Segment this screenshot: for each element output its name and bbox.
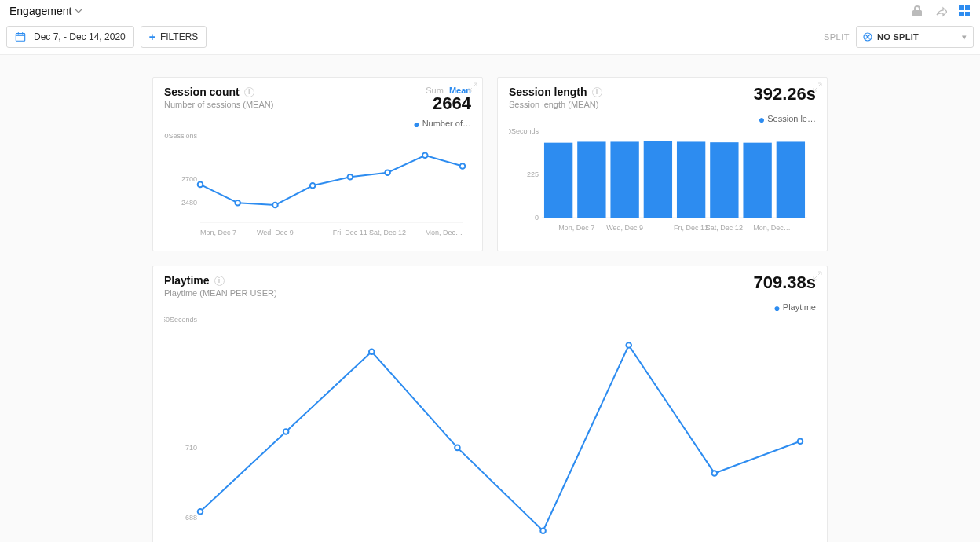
svg-point-54 <box>626 342 631 348</box>
svg-point-15 <box>198 182 203 188</box>
svg-rect-38 <box>743 143 771 218</box>
svg-rect-37 <box>710 142 738 218</box>
chart-session-length: 450Seconds2250Mon, Dec 7Wed, Dec 9Fri, D… <box>509 125 815 235</box>
svg-rect-32 <box>544 143 572 218</box>
card-session-count: Session count i Number of sessions (MEAN… <box>152 77 483 251</box>
svg-text:710: 710 <box>185 444 197 452</box>
svg-rect-36 <box>677 141 705 218</box>
date-range-picker[interactable]: Dec 7, - Dec 14, 2020 <box>6 26 134 48</box>
svg-point-50 <box>283 429 289 434</box>
svg-rect-33 <box>577 141 605 218</box>
svg-rect-4 <box>16 34 24 42</box>
split-select[interactable]: NO SPLIT ▾ <box>856 26 974 48</box>
svg-point-19 <box>348 174 353 180</box>
grid-view-icon[interactable] <box>958 5 971 17</box>
legend-label: Playtime <box>783 302 816 312</box>
svg-text:0: 0 <box>535 214 539 222</box>
split-label: SPLIT <box>824 32 850 42</box>
chevron-down-icon <box>75 7 82 15</box>
svg-rect-39 <box>777 141 805 218</box>
svg-point-16 <box>235 200 240 206</box>
svg-rect-2 <box>959 12 964 16</box>
expand-icon[interactable] <box>468 82 477 92</box>
card-session-length: Session length i Session length (MEAN) 3… <box>497 77 828 251</box>
card-subtitle: Number of sessions (MEAN) <box>164 100 273 109</box>
svg-point-17 <box>272 203 278 208</box>
svg-point-22 <box>460 163 466 169</box>
expand-icon[interactable] <box>813 82 822 92</box>
legend-dot-icon: ● <box>773 302 780 314</box>
svg-point-18 <box>310 183 316 189</box>
svg-point-21 <box>422 152 428 158</box>
info-icon[interactable]: i <box>592 87 602 97</box>
svg-text:Fri, Dec 11: Fri, Dec 11 <box>674 224 708 232</box>
svg-rect-3 <box>965 12 970 16</box>
info-icon[interactable]: i <box>244 87 254 97</box>
legend-label: Number of… <box>422 119 471 128</box>
no-split-text: NO SPLIT <box>877 32 919 42</box>
card-title: Session count <box>164 86 240 98</box>
card-playtime: Playtime i Playtime (MEAN PER USER) 709.… <box>152 266 828 542</box>
page-title-dropdown[interactable]: Engagement <box>9 5 82 17</box>
svg-point-20 <box>385 170 390 175</box>
no-split-icon <box>863 32 872 42</box>
share-icon[interactable] <box>934 5 947 17</box>
svg-rect-35 <box>644 141 672 218</box>
filters-button[interactable]: + FILTERS <box>141 26 207 48</box>
svg-text:Wed, Dec 9: Wed, Dec 9 <box>257 229 294 236</box>
legend-dot-icon: ● <box>413 118 419 130</box>
info-icon[interactable]: i <box>214 276 225 286</box>
lock-icon[interactable] <box>911 5 923 17</box>
svg-text:Sat, Dec 12: Sat, Dec 12 <box>369 229 406 236</box>
svg-point-53 <box>540 528 546 533</box>
filters-label: FILTERS <box>160 31 198 42</box>
svg-rect-0 <box>959 5 964 10</box>
svg-text:Wed, Dec 9: Wed, Dec 9 <box>606 224 643 232</box>
page-title: Engagement <box>9 5 71 17</box>
caret-down-icon: ▾ <box>962 32 967 42</box>
chart-session-count: 3100Sessions27002480Mon, Dec 7Wed, Dec 9… <box>164 130 470 240</box>
card-value: 709.38s <box>753 273 816 293</box>
calendar-icon <box>15 31 26 42</box>
svg-text:Mon, Dec 7: Mon, Dec 7 <box>558 224 594 232</box>
svg-text:Mon, Dec…: Mon, Dec… <box>753 224 791 232</box>
legend-label: Session le… <box>767 114 816 123</box>
card-title: Playtime <box>164 274 210 287</box>
plus-icon: + <box>149 31 155 43</box>
svg-rect-34 <box>610 141 638 218</box>
legend-dot-icon: ● <box>759 113 765 126</box>
svg-text:450Seconds: 450Seconds <box>509 127 539 135</box>
svg-point-55 <box>712 471 718 476</box>
svg-text:688: 688 <box>185 514 197 522</box>
card-value: 392.26s <box>753 84 816 104</box>
svg-text:2700: 2700 <box>181 175 197 183</box>
svg-point-52 <box>455 445 460 451</box>
svg-text:Fri, Dec 11: Fri, Dec 11 <box>333 229 368 236</box>
card-subtitle: Playtime (MEAN PER USER) <box>164 288 277 298</box>
svg-text:2480: 2480 <box>181 199 197 207</box>
card-value: 2664 <box>426 93 471 114</box>
card-subtitle: Session length (MEAN) <box>509 100 602 109</box>
svg-text:Mon, Dec 7: Mon, Dec 7 <box>200 229 236 236</box>
svg-text:225: 225 <box>527 170 539 178</box>
svg-rect-1 <box>965 5 970 10</box>
svg-point-51 <box>369 349 375 354</box>
card-title: Session length <box>509 86 587 98</box>
chart-playtime: 750Seconds710688 <box>164 313 808 542</box>
svg-text:750Seconds: 750Seconds <box>164 316 197 324</box>
svg-text:Sat, Dec 12: Sat, Dec 12 <box>706 224 743 232</box>
svg-point-49 <box>198 509 203 515</box>
date-range-text: Dec 7, - Dec 14, 2020 <box>34 31 126 42</box>
svg-text:3100Sessions: 3100Sessions <box>164 132 197 140</box>
svg-text:Mon, Dec…: Mon, Dec… <box>425 229 463 236</box>
svg-point-56 <box>798 438 803 444</box>
expand-icon[interactable] <box>813 271 822 280</box>
